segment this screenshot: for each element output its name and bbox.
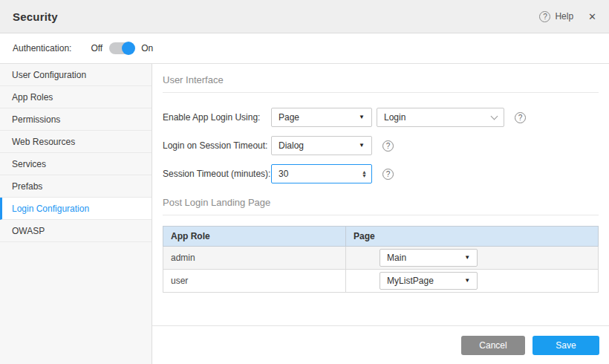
dialog-header: Security ? Help ✕: [0, 0, 609, 33]
help-button[interactable]: ? Help: [539, 11, 573, 22]
dropdown-arrow-icon: ▼: [359, 114, 365, 120]
session-timeout-field: ▲ ▼: [271, 164, 372, 183]
login-type-value: Page: [279, 112, 299, 123]
dropdown-arrow-icon: ▼: [359, 143, 365, 149]
close-icon[interactable]: ✕: [588, 12, 596, 22]
help-icon[interactable]: ?: [515, 112, 526, 123]
session-timeout-input[interactable]: [271, 164, 372, 183]
section-title-post-login: Post Login Landing Page: [163, 197, 599, 215]
help-icon[interactable]: ?: [382, 169, 394, 180]
dialog-footer: Cancel Save: [152, 325, 609, 364]
login-page-select[interactable]: Login: [377, 108, 504, 127]
chevron-down-icon: [491, 113, 498, 120]
authentication-toggle[interactable]: [109, 42, 134, 54]
table-row: admin Main ▼: [163, 247, 599, 270]
app-role-cell: admin: [163, 247, 346, 270]
dialog-body: User Configuration App Roles Permissions…: [0, 64, 609, 364]
sidebar: User Configuration App Roles Permissions…: [0, 64, 152, 364]
login-page-value: Login: [384, 112, 406, 123]
table-row: user MyListPage ▼: [163, 270, 599, 293]
page-select-user[interactable]: MyListPage ▼: [380, 272, 478, 290]
sidebar-item-services[interactable]: Services: [0, 153, 152, 175]
help-icon: ?: [539, 11, 550, 22]
header-actions: ? Help ✕: [539, 11, 596, 22]
toggle-knob-icon: [122, 42, 135, 55]
session-timeout-label: Session Timeout (minutes):: [163, 169, 271, 179]
main-content: User Interface Enable App Login Using: P…: [152, 64, 609, 364]
session-timeout-row: Session Timeout (minutes): ▲ ▼ ?: [163, 164, 599, 183]
toggle-on-label: On: [141, 43, 153, 53]
timeout-mode-select[interactable]: Dialog ▼: [271, 136, 372, 155]
help-icon[interactable]: ?: [382, 140, 394, 152]
table-header-row: App Role Page: [163, 227, 599, 247]
save-button[interactable]: Save: [533, 336, 599, 355]
page-select-admin[interactable]: Main ▼: [380, 249, 478, 267]
authentication-label: Authentication:: [13, 43, 71, 53]
sidebar-item-login-configuration[interactable]: Login Configuration: [0, 198, 152, 220]
sidebar-item-user-configuration[interactable]: User Configuration: [0, 64, 152, 86]
page-cell: MyListPage ▼: [346, 270, 599, 293]
cancel-button[interactable]: Cancel: [461, 336, 525, 355]
toggle-off-label: Off: [91, 43, 102, 53]
help-label: Help: [555, 11, 573, 22]
sidebar-item-permissions[interactable]: Permissions: [0, 108, 152, 131]
login-type-select[interactable]: Page ▼: [271, 108, 372, 127]
sidebar-item-web-resources[interactable]: Web Resources: [0, 131, 152, 153]
section-title-user-interface: User Interface: [163, 74, 599, 93]
number-stepper[interactable]: ▲ ▼: [362, 170, 367, 178]
page-cell: Main ▼: [346, 247, 599, 270]
timeout-mode-value: Dialog: [279, 140, 304, 151]
page-title: Security: [13, 10, 58, 23]
sidebar-item-owasp[interactable]: OWASP: [0, 220, 152, 242]
table-header-app-role: App Role: [163, 227, 346, 247]
dropdown-arrow-icon: ▼: [464, 278, 470, 284]
app-role-page-table: App Role Page admin Main ▼: [163, 226, 599, 293]
dropdown-arrow-icon: ▼: [464, 255, 470, 261]
app-role-cell: user: [163, 270, 346, 293]
authentication-row: Authentication: Off On: [0, 33, 609, 64]
enable-app-login-label: Enable App Login Using:: [163, 112, 271, 123]
page-select-value: MyListPage: [387, 276, 434, 286]
sidebar-item-prefabs[interactable]: Prefabs: [0, 175, 152, 198]
table-header-page: Page: [346, 227, 599, 247]
security-dialog: Security ? Help ✕ Authentication: Off On…: [0, 0, 609, 364]
stepper-down-icon[interactable]: ▼: [362, 174, 367, 178]
enable-app-login-row: Enable App Login Using: Page ▼ Login ?: [163, 108, 599, 127]
login-on-timeout-row: Login on Session Timeout: Dialog ▼ ?: [163, 136, 599, 155]
page-select-value: Main: [387, 253, 406, 263]
sidebar-item-app-roles[interactable]: App Roles: [0, 86, 152, 108]
login-on-timeout-label: Login on Session Timeout:: [163, 140, 271, 151]
